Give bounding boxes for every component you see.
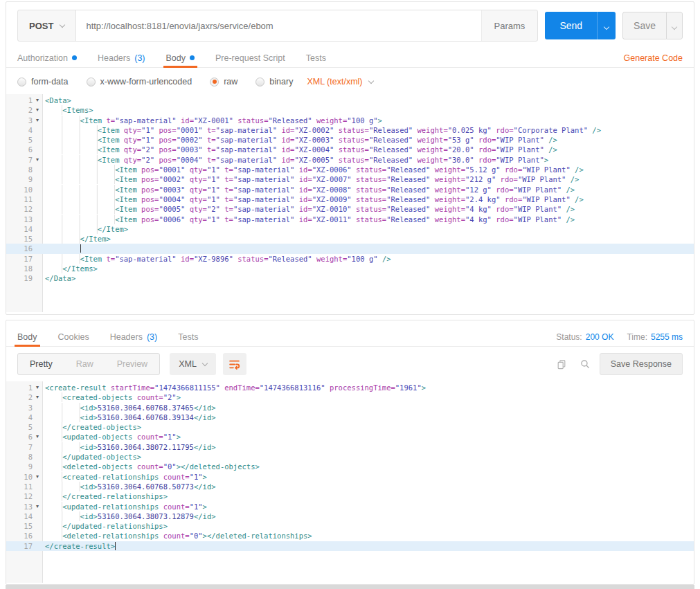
code-line[interactable]: 6<Item qty="2" pos="0003" t="sap-materia… (6, 145, 694, 154)
line-number: 15 (24, 521, 33, 531)
fold-arrow-icon: ▾ (33, 116, 42, 125)
code-content: <Item qty="1" pos="0001" t="sap-material… (42, 125, 694, 135)
url-input[interactable]: http://localhost:8181/enovia/jaxrs/servi… (76, 10, 481, 41)
response-tab-cookies[interactable]: Cookies (58, 327, 89, 346)
code-line[interactable]: 16 (6, 244, 694, 253)
code-line[interactable]: 6▾<updated-objects count="1"> (6, 432, 694, 442)
code-line[interactable]: 9<Item pos="0002" qty="1" t="sap-materia… (6, 174, 694, 184)
code-content: <Item pos="0002" qty="1" t="sap-material… (42, 174, 694, 184)
copy-response-button[interactable] (553, 355, 571, 373)
request-tab-headers[interactable]: Headers(3) (98, 48, 145, 67)
code-line[interactable]: 12<Item pos="0005" qty="2" t="sap-materi… (6, 204, 694, 214)
tab-label: Headers (110, 332, 143, 342)
code-content: <Data> (42, 96, 694, 105)
code-line[interactable]: 13<Item pos="0006" qty="1" t="sap-materi… (6, 215, 694, 224)
save-response-button[interactable]: Save Response (600, 353, 683, 375)
view-mode-preview[interactable]: Preview (105, 354, 159, 374)
save-options-button[interactable] (666, 12, 683, 39)
time-value[interactable]: 5255 ms (651, 332, 683, 342)
response-tab-body[interactable]: Body (17, 327, 37, 346)
request-tab-tests[interactable]: Tests (306, 48, 326, 67)
bottom-scrollbar-track[interactable] (6, 585, 694, 589)
code-content: <Item qty="2" pos="0003" t="sap-material… (42, 145, 694, 154)
line-number-gutter: 7 (6, 442, 42, 452)
code-line[interactable]: 8<Item pos="0001" qty="1" t="sap-materia… (6, 165, 694, 174)
code-line[interactable]: 1▾<Data> (6, 96, 694, 105)
request-tab-authorization[interactable]: Authorization (17, 48, 77, 67)
response-tab-tests[interactable]: Tests (178, 327, 198, 346)
code-line[interactable]: 12</created-relationships> (6, 491, 694, 501)
body-mode-form-data[interactable]: form-data (17, 77, 69, 87)
code-line[interactable]: 14<id>53160.3064.38073.12879</id> (6, 511, 694, 521)
line-number-gutter: 10▾ (6, 472, 42, 482)
line-number: 14 (24, 511, 33, 521)
line-number: 5 (28, 135, 33, 145)
code-content: </created-objects> (42, 422, 694, 432)
search-response-button[interactable] (576, 355, 594, 373)
send-options-button[interactable] (597, 12, 616, 39)
code-line[interactable]: 10▾<created-relationships count="1"> (6, 472, 694, 482)
code-line[interactable]: 17</create-result> (6, 541, 694, 551)
wrap-lines-button[interactable] (223, 353, 246, 375)
request-body-editor[interactable]: 1▾<Data>2▾<Items>3▾<Item t="sap-material… (6, 94, 694, 312)
code-line[interactable]: 4<Item qty="1" pos="0001" t="sap-materia… (6, 125, 694, 135)
send-button[interactable]: Send (545, 12, 597, 39)
code-line[interactable]: 7▾<Item qty="2" pos="0004" t="sap-materi… (6, 155, 694, 165)
line-number-gutter: 19 (6, 273, 42, 283)
code-line[interactable]: 4<id>53160.3064.60768.39134</id> (6, 413, 694, 422)
line-number-gutter: 17 (6, 254, 42, 264)
code-line[interactable]: 11<id>53160.3064.60768.50773</id> (6, 482, 694, 491)
generate-code-link[interactable]: Generate Code (624, 53, 683, 63)
line-number-gutter: 10 (6, 185, 42, 194)
code-content: <id>53160.3064.60768.37465</id> (42, 403, 694, 413)
code-line[interactable]: 5</created-objects> (6, 422, 694, 432)
code-line[interactable]: 9<deleted-objects count="0"></deleted-ob… (6, 462, 694, 471)
code-line[interactable]: 15</updated-relationships> (6, 521, 694, 531)
url-value: http://localhost:8181/enovia/jaxrs/servi… (86, 21, 273, 31)
line-number: 3 (28, 403, 33, 413)
request-tab-body[interactable]: Body (166, 48, 195, 67)
code-line[interactable]: 8</updated-objects> (6, 452, 694, 462)
line-number: 12 (24, 491, 33, 501)
code-line[interactable]: 5<Item qty="1" pos="0002" t="sap-materia… (6, 135, 694, 145)
body-mode-binary[interactable]: binary (255, 77, 293, 87)
save-button[interactable]: Save (622, 12, 666, 39)
code-line[interactable]: 19</Data> (6, 273, 694, 283)
request-tab-pre-request-script[interactable]: Pre-request Script (215, 48, 285, 67)
code-content: </Item> (42, 224, 694, 234)
response-format-selector[interactable]: XML (170, 353, 216, 375)
line-number-gutter: 14 (6, 511, 42, 521)
response-tab-headers[interactable]: Headers(3) (110, 327, 158, 346)
code-line[interactable]: 7<id>53160.3064.38072.11795</id> (6, 442, 694, 452)
code-line[interactable]: 3<id>53160.3064.60768.37465</id> (6, 403, 694, 413)
params-button[interactable]: Params (481, 10, 538, 41)
code-content: <Item pos="0006" qty="1" t="sap-material… (42, 215, 694, 224)
method-selector[interactable]: POST (18, 10, 76, 41)
response-body-editor[interactable]: 1▾<create-result startTime="147436681115… (6, 381, 694, 583)
code-line[interactable]: 11<Item pos="0004" qty="1" t="sap-materi… (6, 194, 694, 204)
body-mode-x-www-form-urlencoded[interactable]: x-www-form-urlencoded (87, 77, 192, 87)
line-number-gutter: 11 (6, 482, 42, 491)
code-line[interactable]: 3▾<Item t="sap-material" id="XZ-0001" st… (6, 116, 694, 125)
code-line[interactable]: 1▾<create-result startTime="147436681115… (6, 383, 694, 392)
view-mode-pretty[interactable]: Pretty (18, 354, 64, 374)
code-content: </created-relationships> (42, 491, 694, 501)
code-line[interactable]: 18</Items> (6, 264, 694, 273)
content-type-selector[interactable]: XML (text/xml) (307, 77, 373, 87)
code-line[interactable]: 14</Item> (6, 224, 694, 234)
code-line[interactable]: 13▾<updated-relationships count="1"> (6, 502, 694, 511)
status-value[interactable]: 200 OK (586, 332, 614, 342)
view-mode-raw[interactable]: Raw (64, 354, 105, 374)
radio-icon (17, 78, 26, 87)
code-line[interactable]: 10<Item pos="0003" qty="1" t="sap-materi… (6, 185, 694, 194)
code-line[interactable]: 2▾<Items> (6, 105, 694, 115)
fold-arrow-icon: ▾ (33, 96, 42, 105)
body-mode-raw[interactable]: raw (210, 77, 237, 87)
code-line[interactable]: 15</Item> (6, 234, 694, 244)
line-number-gutter: 13 (6, 215, 42, 224)
code-line[interactable]: 2▾<created-objects count="2"> (6, 392, 694, 402)
code-line[interactable]: 16<deleted-relationships count="0"></del… (6, 531, 694, 541)
code-content: </Item> (42, 234, 694, 244)
body-mode-label: binary (269, 77, 293, 87)
code-line[interactable]: 17<Item t="sap-material" id="XZ-9896" st… (6, 254, 694, 264)
